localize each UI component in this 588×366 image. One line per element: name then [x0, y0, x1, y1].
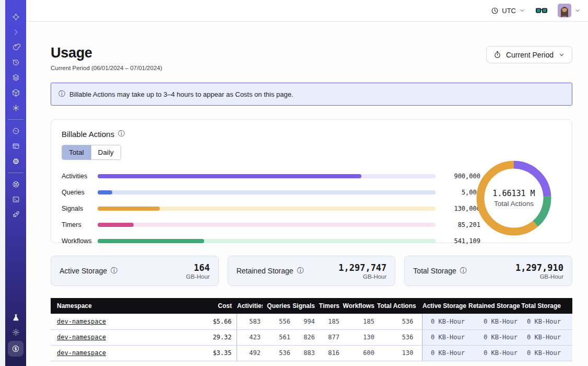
- terminal-icon: [11, 195, 20, 204]
- sidebar-item-usage[interactable]: [5, 123, 26, 139]
- bar-track: [98, 239, 436, 243]
- gauge-icon: [11, 127, 20, 135]
- chevron-down-icon: [519, 7, 525, 14]
- page-subtitle: Current Period (06/01/2024 – 07/01/2024): [51, 65, 162, 71]
- table-cell: 29.32: [181, 329, 237, 345]
- table-cell: dev-namespace: [51, 329, 181, 345]
- bar-value: 541,109: [436, 237, 480, 245]
- temporal-logo[interactable]: [5, 9, 26, 25]
- table-cell: 994: [292, 314, 317, 329]
- info-icon[interactable]: ⓘ: [297, 266, 304, 276]
- table-cell: 130: [342, 329, 377, 345]
- table-cell: 816: [317, 345, 342, 361]
- sidebar-item-labs[interactable]: [5, 312, 26, 323]
- table-column-header: Workflows: [342, 298, 377, 314]
- bar-category-label: Queries: [62, 189, 98, 196]
- retained-storage-value: 1,297,747: [338, 262, 386, 273]
- billable-actions-card: Billable Actions ⓘ Total Daily Activitie…: [51, 119, 572, 243]
- bar-value: 85,201: [436, 221, 480, 228]
- table-cell: $3.35: [181, 345, 237, 361]
- table-cell: 826: [292, 329, 317, 345]
- tab-total[interactable]: Total: [62, 145, 91, 159]
- total-storage-card: Total Storage ⓘ 1,297,910 GB-Hour: [404, 256, 572, 286]
- namespace-link[interactable]: dev-namespace: [57, 334, 106, 341]
- table-column-header: Retained Storage: [468, 298, 521, 314]
- tab-daily[interactable]: Daily: [91, 145, 121, 159]
- dollar-coin-icon: [11, 344, 20, 353]
- sidebar-item-namespaces[interactable]: [5, 40, 26, 55]
- table-cell: 0 KB-Hour: [422, 314, 468, 329]
- bar-track: [98, 207, 436, 211]
- sidebar-item-batch[interactable]: [5, 85, 26, 100]
- table-cell: 0 KB-Hour: [468, 329, 521, 345]
- table-cell: dev-namespace: [51, 314, 181, 329]
- bar-track: [98, 174, 436, 178]
- table-header-row: NamespaceCostActivitiesQueriesSignalsTim…: [51, 298, 572, 314]
- table-cell: 0 KB-Hour: [468, 314, 521, 329]
- info-icon: ⓘ: [58, 89, 65, 99]
- table-cell: dev-namespace: [51, 345, 181, 361]
- clock-icon: [491, 7, 499, 15]
- clock-history-icon: [11, 58, 20, 67]
- main-content: Usage Current Period (06/01/2024 – 07/01…: [26, 22, 588, 366]
- timezone-selector[interactable]: UTC: [491, 7, 525, 15]
- billing-card-icon: [11, 142, 20, 151]
- bar-row: Workflows541,109: [62, 237, 561, 245]
- sidebar-item-billing[interactable]: [5, 139, 26, 154]
- table-cell: 600: [342, 345, 377, 361]
- rocket-icon: [11, 210, 20, 219]
- table-cell: 536: [377, 329, 422, 345]
- lifebuoy-icon: [11, 180, 20, 189]
- table-cell: 536: [377, 314, 422, 329]
- sidebar-item-nexus[interactable]: [5, 100, 26, 116]
- table-cell: 0 KB-Hour: [521, 329, 572, 345]
- stopwatch-icon: [493, 51, 501, 59]
- retained-storage-unit: GB-Hour: [338, 273, 386, 280]
- info-icon[interactable]: ⓘ: [460, 266, 467, 276]
- layers-icon: [11, 73, 20, 82]
- table-column-header: Total Storage: [521, 298, 572, 314]
- bar-fill: [98, 239, 204, 243]
- total-storage-label: Total Storage: [413, 267, 456, 275]
- sidebar-item-support[interactable]: [5, 177, 26, 192]
- user-menu[interactable]: [558, 4, 581, 17]
- chevron-right-icon: [12, 28, 20, 36]
- bar-value: 130,000: [436, 205, 480, 212]
- namespace-link[interactable]: dev-namespace: [57, 318, 106, 325]
- active-storage-unit: GB-Hour: [186, 273, 209, 280]
- sidebar-expand-button[interactable]: [5, 25, 26, 40]
- namespace-link[interactable]: dev-namespace: [57, 349, 106, 357]
- namespaces-icon: [11, 43, 20, 52]
- sidebar-divider: [8, 119, 23, 120]
- bar-category-label: Timers: [62, 221, 98, 228]
- total-actions-donut-chart: 1.66131 M Total Actions: [475, 159, 552, 237]
- sidebar-item-getting-started[interactable]: [5, 207, 26, 222]
- feedback-glasses-button[interactable]: [536, 7, 547, 14]
- sidebar-item-deployments[interactable]: [5, 70, 26, 85]
- active-storage-label: Active Storage: [60, 267, 107, 275]
- table-row: dev-namespace$5.665835569941851855360 KB…: [51, 314, 572, 329]
- bar-category-label: Signals: [62, 205, 98, 212]
- sidebar-item-terminal[interactable]: [5, 192, 26, 207]
- theme-toggle[interactable]: [5, 326, 26, 338]
- total-storage-unit: GB-Hour: [515, 273, 563, 280]
- period-selector-label: Current Period: [506, 51, 554, 59]
- retained-storage-label: Retained Storage: [237, 267, 293, 275]
- sidebar-item-schedules[interactable]: [5, 55, 26, 70]
- info-icon[interactable]: ⓘ: [118, 129, 125, 139]
- table-cell: 877: [317, 329, 342, 345]
- sidebar-item-settings[interactable]: [5, 154, 26, 169]
- info-icon[interactable]: ⓘ: [111, 266, 117, 276]
- period-selector-button[interactable]: Current Period: [486, 46, 572, 63]
- bar-fill: [98, 174, 361, 178]
- table-cell: 0 KB-Hour: [422, 345, 468, 361]
- avatar-image: [558, 4, 571, 17]
- sidebar: [5, 0, 26, 366]
- cube-icon: [11, 88, 20, 97]
- table-row: dev-namespace$3.354925368838166001300 KB…: [51, 345, 572, 361]
- table-column-header: Namespace: [51, 298, 181, 314]
- bar-fill: [98, 207, 160, 211]
- sidebar-item-pricing[interactable]: [8, 341, 23, 357]
- asterisk-icon: [11, 104, 20, 112]
- table-cell: 883: [292, 345, 317, 361]
